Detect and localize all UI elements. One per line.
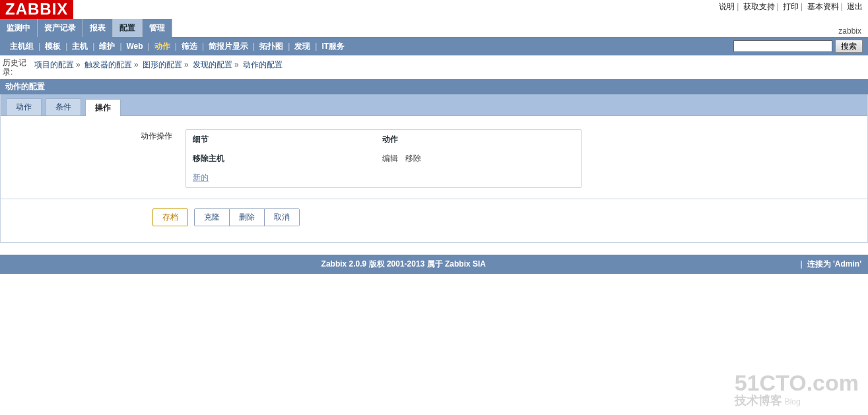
footer-connected-as-prefix: 连接为 — [807, 259, 831, 269]
inner-tabs: 动作 条件 操作 — [1, 94, 867, 116]
footer-bar: Zabbix 2.0.9 版权 2001-2013 属于 Zabbix SIA … — [0, 255, 868, 274]
col-action-header: 动作 — [376, 130, 581, 149]
tab-inventory[interactable]: 资产记录 — [38, 19, 83, 37]
col-detail-header: 细节 — [186, 130, 376, 149]
footer-connected-as-user: 'Admin' — [833, 259, 861, 269]
subtab-hostgroups[interactable]: 主机组 — [5, 41, 38, 52]
new-operation-link[interactable]: 新的 — [193, 173, 209, 182]
tab-configuration[interactable]: 配置 — [113, 19, 143, 37]
logout-link[interactable]: 退出 — [847, 2, 863, 11]
tab-reports[interactable]: 报表 — [83, 19, 113, 37]
footer-copyright: Zabbix 2.0.9 版权 2001-2013 属于 Zabbix SIA — [7, 259, 801, 270]
help-link[interactable]: 说明 — [719, 2, 735, 11]
current-user: zabbix — [838, 26, 861, 36]
history-item[interactable]: 发现的配置 — [193, 60, 232, 69]
edit-link[interactable]: 编辑 — [382, 154, 403, 163]
itab-action[interactable]: 动作 — [6, 98, 42, 115]
clone-button[interactable]: 克隆 — [195, 209, 230, 226]
search-input[interactable] — [733, 40, 832, 52]
profile-link[interactable]: 基本资料 — [807, 2, 839, 11]
itab-conditions[interactable]: 条件 — [46, 98, 81, 115]
subtab-itservices[interactable]: IT服务 — [317, 41, 349, 52]
delete-button[interactable]: 删除 — [230, 209, 265, 226]
tab-admin[interactable]: 管理 — [143, 19, 172, 37]
app-logo: ZABBIX — [0, 0, 73, 19]
history-label: 历史记录: — [3, 58, 34, 77]
print-link[interactable]: 打印 — [783, 2, 799, 11]
section-title: 动作的配置 — [0, 79, 868, 94]
history-item[interactable]: 图形的配置 — [143, 60, 182, 69]
subtab-actions[interactable]: 动作 — [150, 41, 175, 52]
subtab-maps[interactable]: 拓扑图 — [255, 41, 288, 52]
main-tabs: 监测中 资产记录 报表 配置 管理 — [0, 19, 172, 37]
search-button[interactable]: 搜索 — [835, 40, 863, 53]
subtab-templates[interactable]: 模板 — [40, 41, 65, 52]
top-links: 说明| 获取支持| 打印| 基本资料| 退出 — [719, 0, 863, 13]
itab-operations[interactable]: 操作 — [85, 99, 121, 116]
history-item[interactable]: 项目的配置 — [34, 60, 74, 69]
support-link[interactable]: 获取支持 — [743, 2, 775, 11]
operation-detail: 移除主机 — [193, 154, 224, 163]
subtab-slideshows[interactable]: 简报片显示 — [204, 41, 253, 52]
history-bar: 历史记录: 项目的配置» 触发器的配置» 图形的配置» 发现的配置» 动作的配置 — [0, 55, 868, 79]
sub-tabs: 主机组| 模板| 主机| 维护| Web| 动作| 筛选| 简报片显示| 拓扑图… — [0, 37, 868, 55]
subtab-maintenance[interactable]: 维护 — [94, 41, 119, 52]
operations-row-label: 动作操作 — [1, 129, 185, 188]
history-item[interactable]: 触发器的配置 — [84, 60, 132, 69]
cancel-button[interactable]: 取消 — [265, 209, 299, 226]
subtab-screens[interactable]: 筛选 — [177, 41, 202, 52]
history-item[interactable]: 动作的配置 — [243, 60, 283, 69]
tab-monitoring[interactable]: 监测中 — [0, 19, 38, 37]
save-button[interactable]: 存档 — [152, 208, 188, 226]
subtab-web[interactable]: Web — [122, 42, 148, 51]
table-row: 移除主机 编辑 移除 — [186, 149, 581, 168]
remove-link[interactable]: 移除 — [405, 154, 426, 163]
subtab-hosts[interactable]: 主机 — [67, 41, 92, 52]
subtab-discovery[interactable]: 发现 — [290, 41, 315, 52]
operations-table: 细节 动作 移除主机 编辑 移除 新的 — [185, 129, 582, 188]
